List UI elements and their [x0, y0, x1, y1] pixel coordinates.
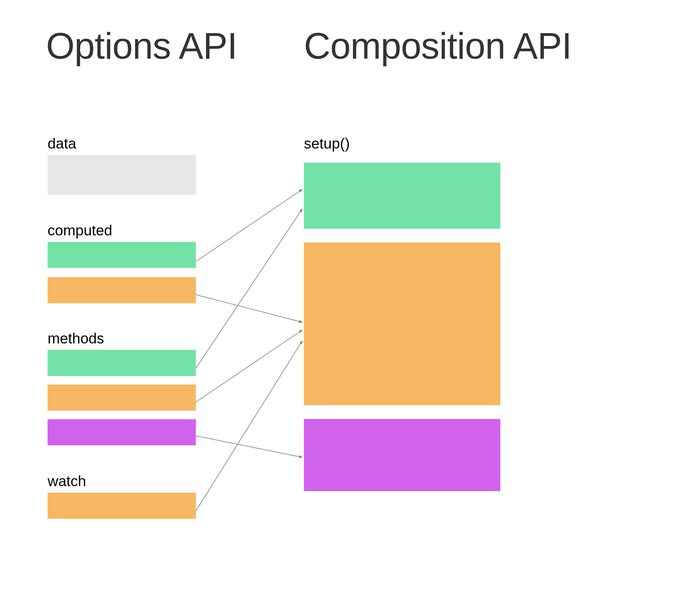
block-computed-orange	[48, 277, 196, 303]
block-setup-green	[304, 163, 500, 229]
block-setup-purple	[304, 419, 500, 491]
arrow-computed-orange-to-setup-orange	[196, 295, 302, 322]
label-watch: watch	[48, 473, 86, 489]
label-data: data	[48, 135, 76, 152]
arrow-watch-orange-to-setup-orange	[196, 341, 302, 511]
heading-options-api: Options API	[46, 25, 237, 67]
heading-composition-api: Composition API	[304, 25, 571, 67]
arrow-methods-green-to-setup-green	[196, 209, 302, 368]
arrow-computed-green-to-setup-green	[196, 190, 302, 262]
block-methods-orange	[48, 384, 196, 411]
block-data-grey	[48, 155, 196, 195]
label-methods: methods	[48, 330, 104, 347]
diagram-container: Options API Composition API data compute…	[0, 0, 691, 616]
block-computed-green	[48, 242, 196, 268]
label-computed: computed	[48, 222, 112, 239]
arrow-methods-purple-to-setup-purple	[196, 436, 302, 457]
block-methods-green	[48, 350, 196, 376]
block-setup-orange	[304, 242, 500, 405]
arrow-methods-orange-to-setup-orange	[196, 330, 302, 402]
block-methods-purple	[48, 419, 196, 445]
label-setup: setup()	[304, 135, 350, 152]
block-watch-orange	[48, 492, 196, 519]
